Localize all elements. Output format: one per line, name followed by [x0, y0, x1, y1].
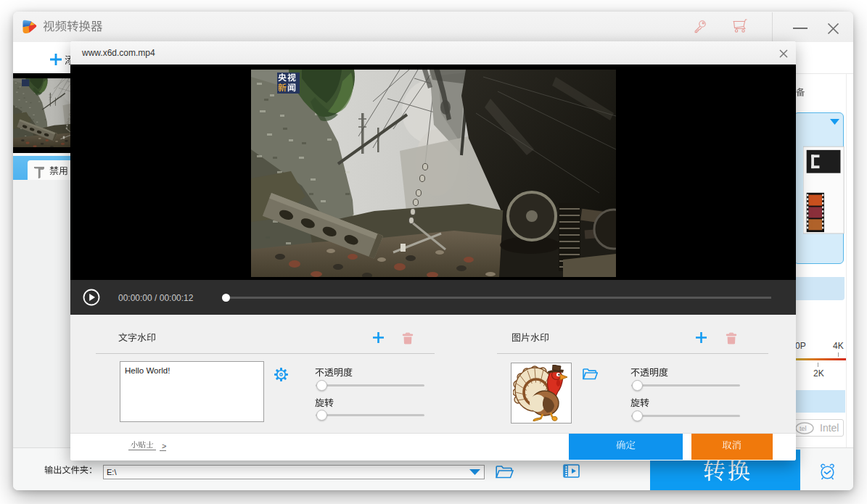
svg-text:tel: tel	[800, 425, 807, 432]
